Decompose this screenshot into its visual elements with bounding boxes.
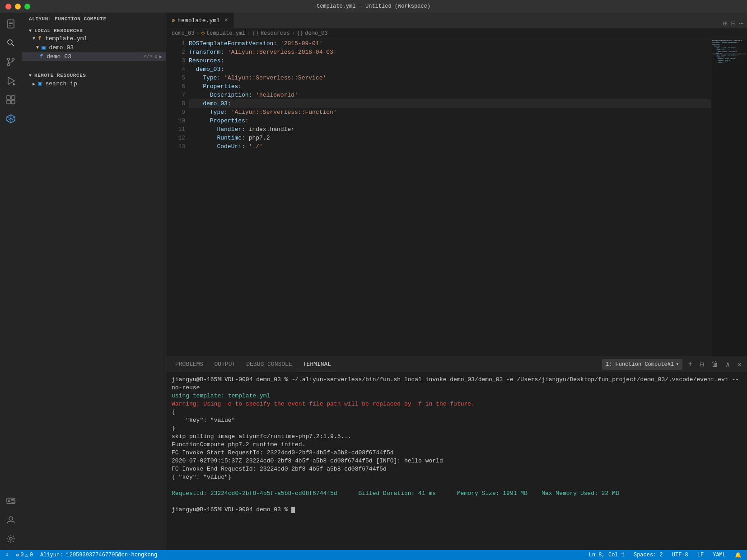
- svg-point-6: [8, 58, 10, 61]
- kill-terminal-btn[interactable]: 🗑: [710, 359, 720, 369]
- svg-rect-12: [7, 96, 10, 99]
- demo03-arrow: ▼: [36, 45, 39, 50]
- sidebar: ALIYUN: FUNCTION COMPUTE ▼ LOCAL RESOURC…: [22, 13, 166, 550]
- demo03-service-item[interactable]: ▼ ▣ demo_03: [22, 43, 166, 52]
- svg-rect-14: [7, 100, 10, 104]
- settings-action[interactable]: ⚙: [154, 54, 158, 60]
- terminal-dropdown[interactable]: 1: Function Compute#1 ▾: [602, 359, 682, 370]
- activity-search[interactable]: [3, 35, 19, 51]
- search-ip-item[interactable]: ▶ ▣ search_ip: [22, 79, 166, 89]
- svg-rect-2: [9, 23, 13, 24]
- tab-problems[interactable]: PROBLEMS: [170, 356, 209, 372]
- terminal-content[interactable]: jiangyu@B-165MLVDL-0004 demo_03 % ~/.ali…: [166, 372, 747, 550]
- terminal-prompt-2: jiangyu@B-165MLVDL-0004 demo_03 %: [172, 506, 742, 514]
- warning-icon: ⚠: [25, 552, 28, 559]
- terminal-tab-bar: PROBLEMS OUTPUT DEBUG CONSOLE TERMINAL 1…: [166, 356, 747, 372]
- svg-rect-15: [11, 100, 15, 104]
- activity-bar: [0, 13, 22, 550]
- error-count: 0: [20, 552, 23, 558]
- more-actions-icon[interactable]: ⋯: [739, 19, 743, 28]
- template-yml-item[interactable]: ▼ f template.yml: [22, 34, 166, 43]
- run-action[interactable]: ▶: [159, 54, 162, 60]
- close-button[interactable]: [5, 4, 11, 9]
- terminal-line-7: skip pulling image aliyunfc/runtime-php7…: [172, 433, 742, 441]
- local-resources-arrow: ▼: [29, 28, 32, 33]
- local-resources-section: ▼ LOCAL RESOURCES ▼ f template.yml ▼ ▣ d…: [22, 25, 166, 63]
- demo03-function-label: demo_03: [47, 53, 71, 60]
- svg-point-4: [8, 40, 12, 44]
- status-remote-icon[interactable]: ⌗: [4, 552, 10, 558]
- breadcrumb-resources[interactable]: Resources: [261, 30, 290, 37]
- breadcrumb-demo03[interactable]: demo_03: [172, 30, 194, 37]
- template-arrow: ▼: [33, 36, 35, 41]
- eol-label: LF: [697, 552, 704, 558]
- toggle-layout-icon[interactable]: ⊟: [731, 19, 736, 28]
- breadcrumb-yaml-icon: ⚙: [201, 30, 205, 37]
- warning-count: 0: [30, 552, 33, 558]
- code-line-2: Transform: 'Aliyun::Serverless-2018-04-0…: [189, 48, 711, 56]
- bell-icon: 🔔: [735, 552, 742, 559]
- activity-scm[interactable]: [3, 54, 19, 70]
- tab-output[interactable]: OUTPUT: [209, 356, 241, 372]
- template-icon: f: [38, 35, 42, 42]
- split-terminal-btn[interactable]: ⊟: [698, 359, 706, 370]
- terminal-line-blank1: [172, 481, 742, 490]
- service-icon: ▣: [42, 44, 45, 51]
- breadcrumb-demo03-last[interactable]: demo_03: [305, 30, 327, 37]
- editor-pane: ⚙ template.yml × ⊞ ⊟ ⋯ demo_03 › ⚙ templ…: [166, 13, 747, 356]
- tab-bar: ⚙ template.yml × ⊞ ⊟ ⋯: [166, 13, 747, 28]
- status-account[interactable]: Aliyun: 1295939377467795@cn-hongkong: [38, 552, 159, 558]
- svg-line-5: [12, 44, 14, 47]
- code-editor: 12345 678910 111213 ROSTemplateFormatVer…: [166, 38, 747, 356]
- status-errors[interactable]: ⊗ 0 ⚠ 0: [14, 552, 35, 559]
- add-terminal-btn[interactable]: +: [686, 359, 694, 369]
- activity-run[interactable]: [3, 73, 19, 89]
- tab-debug-console[interactable]: DEBUG CONSOLE: [241, 356, 297, 372]
- code-action[interactable]: </>: [144, 54, 153, 60]
- status-bar-right: Ln 8, Col 1 Spaces: 2 UTF-8 LF YAML 🔔: [587, 552, 743, 559]
- spaces-label: Spaces: 2: [634, 552, 663, 558]
- maximize-panel-btn[interactable]: ∧: [724, 359, 732, 370]
- code-line-7: Description: 'helloworld': [189, 91, 711, 99]
- func-icon: f: [40, 54, 43, 60]
- activity-settings[interactable]: [3, 531, 19, 546]
- status-cursor-position[interactable]: Ln 8, Col 1: [587, 552, 626, 558]
- status-eol[interactable]: LF: [696, 552, 705, 558]
- minimize-button[interactable]: [15, 4, 21, 9]
- code-line-10: Properties:: [189, 117, 711, 125]
- breadcrumb: demo_03 › ⚙ template.yml › {} Resources …: [166, 28, 747, 38]
- breadcrumb-template-yml[interactable]: template.yml: [206, 30, 245, 37]
- maximize-button[interactable]: [24, 4, 30, 9]
- terminal-line-11: FC Invoke End RequestId: 23224cd0-2bf8-4…: [172, 465, 742, 473]
- status-encoding[interactable]: UTF-8: [670, 552, 690, 558]
- code-line-13: CodeUri: './': [189, 142, 711, 151]
- line-numbers: 12345 678910 111213: [166, 38, 189, 356]
- activity-aliyun[interactable]: [3, 111, 19, 126]
- tab-yaml-icon: ⚙: [172, 17, 175, 24]
- tab-label: template.yml: [177, 17, 220, 24]
- main-layout: ALIYUN: FUNCTION COMPUTE ▼ LOCAL RESOURC…: [0, 13, 747, 550]
- demo03-function-item[interactable]: f demo_03 </> ⚙ ▶: [22, 52, 166, 61]
- activity-extensions[interactable]: [3, 92, 19, 107]
- activity-remote[interactable]: [3, 493, 19, 509]
- tab-close-btn[interactable]: ×: [224, 17, 228, 24]
- tab-template-yml[interactable]: ⚙ template.yml ×: [166, 13, 234, 28]
- status-spaces[interactable]: Spaces: 2: [632, 552, 665, 558]
- tab-terminal[interactable]: TERMINAL: [298, 356, 336, 372]
- breadcrumb-braces1: {}: [252, 30, 258, 37]
- search-ip-icon: ▣: [38, 80, 42, 88]
- remote-connect-icon: ⌗: [5, 552, 9, 558]
- remote-resources-header[interactable]: ▼ REMOTE RESOURCES: [22, 72, 166, 79]
- terminal-line-8: FunctionCompute php7.2 runtime inited.: [172, 441, 742, 449]
- activity-explorer[interactable]: [3, 16, 19, 32]
- activity-account[interactable]: [3, 512, 19, 527]
- split-editor-icon[interactable]: ⊞: [723, 19, 728, 28]
- status-language[interactable]: YAML: [711, 552, 728, 558]
- close-panel-btn[interactable]: ✕: [735, 359, 743, 370]
- svg-rect-13: [11, 96, 15, 99]
- code-content[interactable]: ROSTemplateFormatVersion: '2015-09-01' T…: [189, 38, 711, 356]
- function-item-actions: </> ⚙ ▶: [144, 54, 162, 60]
- breadcrumb-braces2: {}: [297, 30, 303, 37]
- status-bell[interactable]: 🔔: [733, 552, 743, 559]
- local-resources-header[interactable]: ▼ LOCAL RESOURCES: [22, 27, 166, 34]
